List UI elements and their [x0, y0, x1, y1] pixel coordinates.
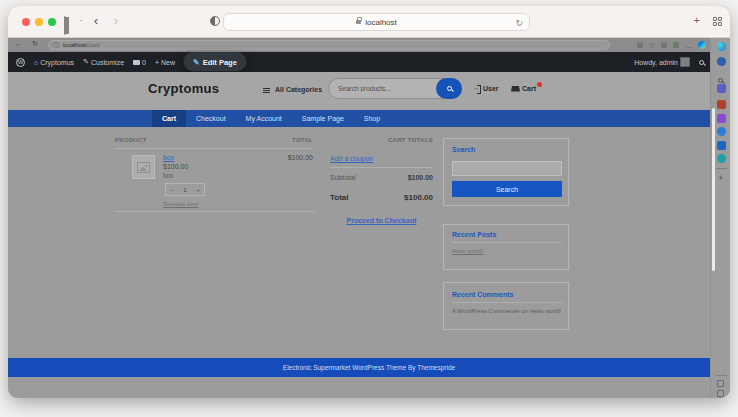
edge-address-bar[interactable]: ⓘ localhost/cart/ [48, 40, 610, 50]
admin-avatar [680, 57, 690, 67]
close-window-button[interactable] [22, 18, 30, 26]
address-bar-host: localhost [365, 18, 397, 27]
sidebar-search-input[interactable] [453, 168, 561, 181]
quantity-minus-button[interactable]: − [170, 187, 174, 193]
lock-icon [356, 20, 361, 24]
nav-item-my-account[interactable]: My Account [236, 110, 292, 127]
subtotal-value: $100.00 [338, 174, 433, 181]
edge-toolbar-actions: ☆ … [637, 41, 706, 49]
nav-item-cart[interactable]: Cart [152, 110, 186, 127]
edge-url-path: /cart/ [87, 42, 100, 48]
sidebar-search-icon[interactable] [717, 70, 726, 79]
product-search-button[interactable] [436, 78, 462, 99]
hamburger-icon[interactable] [263, 88, 270, 93]
proceed-to-checkout-link[interactable]: Proceed to Checkout [330, 217, 433, 224]
new-tab-button[interactable]: + [694, 14, 700, 26]
page-content: PRODUCT TOTAL box $100.00 box − + Remove… [8, 127, 730, 358]
sidebar-app-icon[interactable] [717, 114, 726, 123]
split-screen-icon[interactable] [637, 42, 643, 48]
quantity-input[interactable] [179, 187, 191, 193]
login-icon [473, 85, 481, 92]
minimize-window-button[interactable] [35, 18, 43, 26]
nav-item-shop[interactable]: Shop [354, 110, 390, 127]
cart-totals-title: CART TOTALS [330, 137, 433, 143]
cart-product-header: PRODUCT [115, 137, 147, 143]
admin-bar-new[interactable]: + New [155, 59, 175, 66]
forward-button[interactable]: › [114, 16, 118, 26]
recent-comments-widget: Recent Comments A WordPress Commenter on… [443, 282, 569, 330]
collections-icon[interactable] [661, 42, 667, 48]
all-categories-button[interactable]: All Categories [275, 86, 322, 93]
admin-bar-site-name[interactable]: ⌂ Cryptomus [34, 59, 74, 66]
total-value: $100.00 [338, 193, 433, 202]
footer-credit-text: Electronic Supermarket WordPress Theme B… [283, 364, 455, 371]
admin-search-icon[interactable] [699, 60, 704, 65]
recent-post-link[interactable]: Hello world! [452, 248, 483, 254]
header-cart-link[interactable]: Cart [511, 85, 536, 92]
main-nav: Cart Checkout My Account Sample Page Sho… [8, 110, 730, 127]
admin-bar-comments[interactable]: 0 [133, 59, 146, 66]
product-search-form [328, 78, 462, 99]
sidebar-app-icon[interactable] [717, 141, 726, 150]
wp-admin-bar: W ⌂ Cryptomus ✎ Customize 0 + New ✎ Edit… [8, 52, 730, 72]
sidebar-app-icon[interactable] [717, 84, 726, 93]
product-price: $100.00 [163, 163, 188, 170]
quantity-stepper: − + [165, 183, 205, 196]
sidebar-app-icon[interactable] [717, 57, 726, 66]
product-search-input[interactable] [338, 80, 433, 97]
sidebar-app-icon[interactable] [717, 154, 726, 163]
admin-bar-customize[interactable]: ✎ Customize [83, 58, 124, 66]
search-widget: Search Search [443, 138, 569, 206]
more-menu-icon[interactable]: … [685, 43, 692, 48]
wp-logo-icon[interactable]: W [16, 58, 25, 67]
edge-refresh-button[interactable]: ↻ [32, 40, 38, 48]
admin-bar-account[interactable]: Howdy, admin [634, 57, 690, 67]
site-info-icon[interactable]: ⓘ [53, 41, 59, 49]
home-icon: ⌂ [34, 59, 38, 66]
edge-url-host: localhost [63, 42, 87, 48]
page-scrollbar[interactable] [712, 108, 715, 271]
add-coupon-link[interactable]: Add a coupon [330, 155, 373, 162]
sidebar-settings-icon[interactable] [717, 390, 724, 397]
browser-viewport: ← ↻ ⓘ localhost/cart/ ☆ … W [8, 38, 730, 398]
cart-basket-icon [511, 86, 520, 92]
address-bar[interactable]: localhost ↻ [223, 13, 530, 31]
recent-posts-widget: Recent Posts Hello world! [443, 224, 569, 270]
favorites-star-icon[interactable]: ☆ [649, 42, 655, 49]
zoom-window-button[interactable] [48, 18, 56, 26]
privacy-shield-icon[interactable] [210, 16, 220, 26]
site-header: Cryptomus All Categories User Cart [8, 72, 730, 110]
admin-bar-edit-page-button[interactable]: ✎ Edit Page [184, 53, 246, 71]
search-widget-title: Search [452, 146, 475, 153]
recent-comment-text: A WordPress Commenter on Hello world! [452, 308, 564, 314]
back-button[interactable]: ‹ [94, 16, 98, 26]
sidebar-app-icon[interactable] [717, 100, 726, 109]
remove-item-link[interactable]: Remove item [163, 201, 198, 207]
image-placeholder-icon [137, 162, 150, 173]
cart-total-header: TOTAL [248, 137, 313, 143]
sidebar-add-icon[interactable]: + [718, 173, 723, 183]
site-logo[interactable]: Cryptomus [148, 81, 219, 96]
quantity-plus-button[interactable]: + [196, 187, 200, 193]
search-icon [447, 86, 452, 91]
tab-overview-icon[interactable] [713, 17, 722, 26]
product-name-link[interactable]: box [163, 154, 174, 161]
extensions-icon[interactable] [673, 42, 679, 48]
sidebar-search-button[interactable]: Search [452, 181, 562, 197]
product-variant: box [163, 172, 173, 179]
sidebar-panel-icon[interactable] [717, 380, 724, 387]
edge-back-button[interactable]: ← [15, 40, 22, 47]
profile-avatar[interactable] [698, 41, 706, 49]
sidebar-icon[interactable] [64, 16, 66, 35]
reload-icon[interactable]: ↻ [515, 18, 523, 28]
recent-posts-title: Recent Posts [452, 231, 496, 238]
user-login-link[interactable]: User [473, 85, 499, 92]
sidebar-app-icon[interactable] [717, 127, 726, 136]
chevron-down-icon[interactable]: ˇ [80, 19, 82, 25]
nav-item-sample-page[interactable]: Sample Page [292, 110, 354, 127]
edge-toolbar: ← ↻ ⓘ localhost/cart/ ☆ … [8, 38, 730, 52]
product-thumbnail[interactable] [132, 155, 155, 179]
copilot-icon[interactable] [717, 42, 726, 51]
nav-item-checkout[interactable]: Checkout [186, 110, 236, 127]
screenshot-root: ˇ ‹ › localhost ↻ + ← ↻ ⓘ localhost/cart… [0, 0, 738, 417]
